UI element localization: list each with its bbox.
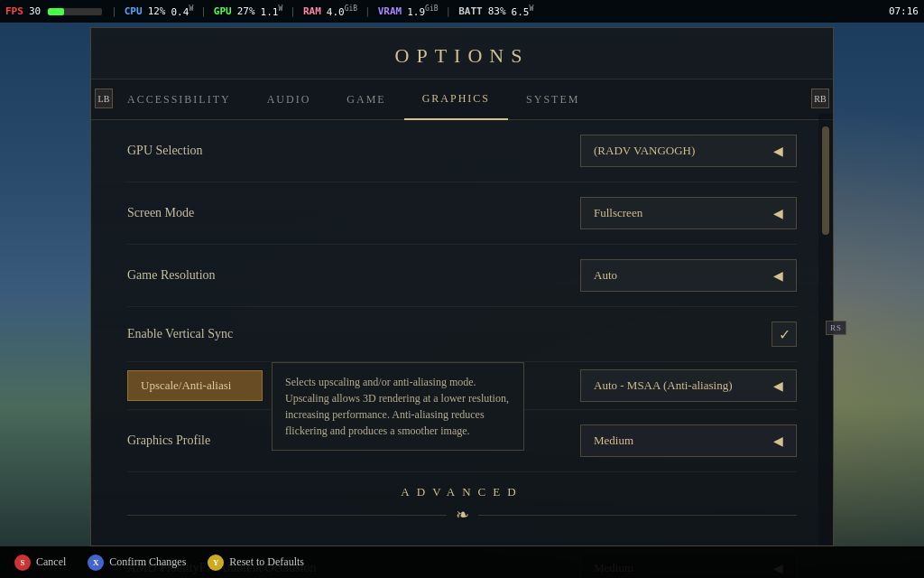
ram-label: RAM: [303, 5, 321, 17]
gpu-selection-row: GPU Selection (RADV VANGOGH) ◀: [127, 120, 797, 182]
bottom-bar: S Cancel X Confirm Changes Y Reset to De…: [0, 546, 924, 578]
gpu-watt: 1.1W: [261, 5, 283, 18]
scrollbar-thumb[interactable]: [822, 126, 829, 235]
settings-content: GPU Selection (RADV VANGOGH) ◀ Screen Mo…: [91, 120, 833, 578]
confirm-label: Confirm Changes: [109, 555, 186, 569]
game-resolution-row: Game Resolution Auto ◀: [127, 245, 797, 307]
gpu-selection-value: (RADV VANGOGH): [594, 144, 695, 158]
reset-icon: Y: [208, 555, 224, 571]
advanced-title: ADVANCED: [127, 485, 797, 499]
vertical-sync-label: Enable Vertical Sync: [127, 327, 233, 341]
vram-label: VRAM: [378, 5, 402, 17]
gpu-selection-label: GPU Selection: [127, 144, 203, 158]
screen-mode-arrow: ◀: [773, 206, 783, 221]
graphics-profile-dropdown[interactable]: Medium ◀: [580, 424, 797, 457]
screen-mode-dropdown[interactable]: Fullscreen ◀: [580, 197, 797, 229]
reset-label: Reset to Defaults: [229, 555, 304, 569]
fps-value: 30: [29, 5, 41, 17]
cpu-watt: 0.4W: [171, 5, 194, 18]
checkbox-check-icon: ✓: [779, 326, 790, 343]
game-resolution-arrow: ◀: [773, 268, 783, 284]
tab-accessibility[interactable]: ACCESSIBILITY: [109, 80, 249, 119]
fps-bar-fill: [48, 8, 64, 15]
upscale-dropdown[interactable]: Auto - MSAA (Anti-aliasing) ◀: [580, 369, 797, 402]
gpu-pct: 27%: [237, 5, 255, 17]
screen-mode-value: Fullscreen: [594, 206, 642, 220]
tab-audio[interactable]: AUDIO: [249, 80, 329, 119]
rs-badge: RS: [826, 321, 846, 335]
game-resolution-value: Auto: [594, 268, 617, 283]
ornament-icon: ❧: [456, 505, 469, 525]
options-panel: OPTIONS ACCESSIBILITY AUDIO GAME GRAPHIC…: [90, 27, 834, 546]
batt-label: BATT: [458, 5, 483, 17]
cpu-pct: 12%: [148, 5, 166, 17]
gpu-selection-dropdown[interactable]: (RADV VANGOGH) ◀: [580, 135, 797, 167]
tab-game[interactable]: GAME: [328, 80, 403, 119]
advanced-section: ADVANCED ❧: [127, 472, 797, 537]
tab-system[interactable]: SYSTEM: [508, 80, 597, 119]
tooltip-text: Selects upscaling and/or anti-aliasing m…: [285, 376, 509, 437]
screen-mode-label: Screen Mode: [127, 206, 194, 220]
confirm-button[interactable]: X Confirm Changes: [88, 555, 186, 571]
vram-val: 1.9GiB: [407, 5, 438, 18]
batt-pct: 83%: [488, 5, 506, 17]
upscale-row: Upscale/Anti-aliasi Selects upscaling an…: [127, 362, 797, 410]
scrollbar[interactable]: RS: [818, 114, 833, 545]
fps-label: FPS: [5, 5, 23, 17]
upscale-label-button[interactable]: Upscale/Anti-aliasi: [127, 370, 263, 401]
ram-val: 4.0GiB: [327, 5, 357, 18]
graphics-profile-value: Medium: [594, 434, 633, 448]
game-resolution-dropdown[interactable]: Auto ◀: [580, 259, 797, 292]
batt-watt: 6.5W: [512, 5, 534, 18]
cancel-icon: S: [14, 555, 31, 571]
graphics-profile-label: Graphics Profile: [127, 434, 210, 448]
rb-button[interactable]: RB: [811, 89, 829, 108]
hud-bar: FPS 30 | CPU 12% 0.4W | GPU 27% 1.1W | R…: [0, 0, 924, 23]
gpu-label: GPU: [214, 5, 232, 17]
reset-button[interactable]: Y Reset to Defaults: [208, 555, 304, 571]
upscale-tooltip: Selects upscaling and/or anti-aliasing m…: [272, 362, 524, 451]
page-title: OPTIONS: [91, 28, 833, 79]
game-resolution-label: Game Resolution: [127, 268, 216, 283]
upscale-value: Auto - MSAA (Anti-aliasing): [594, 378, 732, 393]
upscale-arrow: ◀: [773, 378, 783, 394]
cpu-label: CPU: [125, 5, 143, 17]
screen-mode-row: Screen Mode Fullscreen ◀: [127, 182, 797, 245]
gpu-selection-arrow: ◀: [773, 144, 783, 159]
cancel-button[interactable]: S Cancel: [14, 555, 66, 571]
cancel-label: Cancel: [36, 555, 66, 569]
tabs-bar: ACCESSIBILITY AUDIO GAME GRAPHICS SYSTEM: [91, 79, 833, 120]
vertical-sync-row: Enable Vertical Sync ✓: [127, 307, 797, 362]
advanced-divider: ❧: [127, 499, 797, 530]
graphics-profile-arrow: ◀: [773, 434, 783, 449]
clock: 07:16: [889, 5, 919, 17]
fps-bar: [48, 8, 102, 15]
vertical-sync-checkbox[interactable]: ✓: [772, 322, 797, 347]
tab-graphics[interactable]: GRAPHICS: [404, 79, 508, 120]
confirm-icon: X: [88, 555, 104, 571]
lb-button[interactable]: LB: [95, 89, 113, 108]
